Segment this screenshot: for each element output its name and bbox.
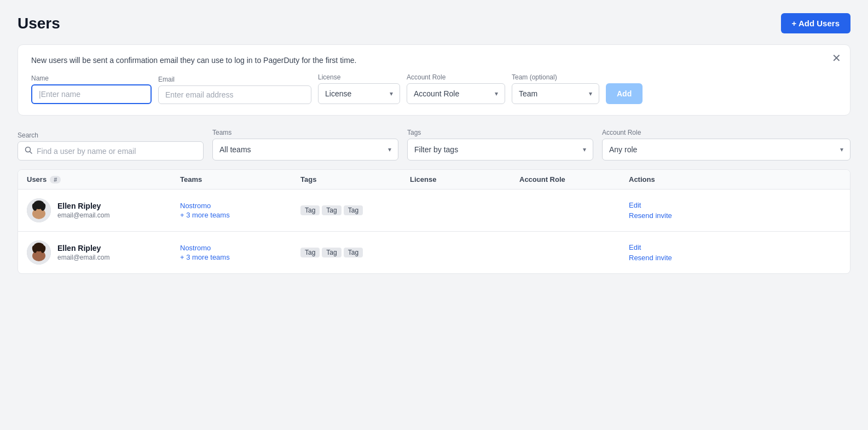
license-select[interactable]: License ▾ (318, 83, 400, 104)
license-field-group: License License ▾ (318, 73, 400, 104)
page-header: Users + Add Users (18, 13, 850, 33)
table-row: Ellen Ripley email@email.com Nostromo + … (18, 232, 850, 273)
add-user-submit-button[interactable]: Add (606, 83, 643, 104)
add-user-form-panel: New users will be sent a confirmation em… (18, 44, 850, 116)
account-role-chevron-icon: ▾ (495, 90, 498, 98)
col-header-users: Users # (27, 175, 180, 184)
teams-filter-value: All teams (219, 145, 251, 154)
teams-filter-label: Teams (212, 129, 398, 136)
user-info: Ellen Ripley email@email.com (57, 202, 110, 219)
name-input[interactable] (31, 84, 152, 104)
role-filter-label: Account Role (602, 129, 850, 136)
teams-filter-chevron-icon: ▾ (388, 146, 391, 153)
tags-filter-select[interactable]: Filter by tags ▾ (407, 139, 593, 160)
tags-filter-label: Tags (407, 129, 593, 136)
col-header-actions: Actions (629, 175, 716, 184)
table-body: Ellen Ripley email@email.com Nostromo + … (18, 190, 850, 273)
team-primary-link[interactable]: Nostromo (180, 202, 300, 210)
user-cell: Ellen Ripley email@email.com (27, 198, 180, 222)
edit-link[interactable]: Edit (629, 201, 716, 209)
col-header-license: License (410, 175, 519, 184)
search-icon (25, 146, 32, 156)
more-teams-link[interactable]: + 3 more teams (180, 253, 300, 261)
close-form-button[interactable]: ✕ (832, 53, 841, 64)
role-filter-chevron-icon: ▾ (840, 146, 843, 153)
tags-filter-group: Tags Filter by tags ▾ (407, 129, 593, 160)
email-input[interactable] (158, 85, 311, 104)
table-header-row: Users # Teams Tags License Account Role … (18, 170, 850, 190)
table-row: Ellen Ripley email@email.com Nostromo + … (18, 190, 850, 232)
account-role-select[interactable]: Account Role ▾ (407, 83, 505, 104)
license-value: License (325, 89, 351, 98)
teams-filter-group: Teams All teams ▾ (212, 129, 398, 160)
account-role-label: Account Role (407, 73, 505, 81)
role-filter-select[interactable]: Any role ▾ (602, 139, 850, 160)
email-label: Email (158, 76, 311, 83)
user-email: email@email.com (57, 211, 110, 219)
tags-cell: TagTagTag (300, 248, 410, 257)
team-primary-link[interactable]: Nostromo (180, 244, 300, 252)
col-header-tags: Tags (300, 175, 410, 184)
resend-invite-link[interactable]: Resend invite (629, 254, 716, 262)
user-email: email@email.com (57, 254, 110, 261)
license-chevron-icon: ▾ (390, 90, 393, 98)
more-teams-link[interactable]: + 3 more teams (180, 211, 300, 219)
role-filter-value: Any role (609, 145, 637, 154)
tags-cell: TagTagTag (300, 205, 410, 215)
tag-badge: Tag (322, 205, 341, 215)
user-info: Ellen Ripley email@email.com (57, 244, 110, 261)
tags-filter-chevron-icon: ▾ (583, 146, 586, 153)
account-role-field-group: Account Role Account Role ▾ (407, 73, 505, 104)
users-table: Users # Teams Tags License Account Role … (18, 169, 850, 274)
actions-cell: Edit Resend invite (629, 201, 716, 220)
avatar (27, 240, 51, 265)
tag-badge: Tag (300, 205, 320, 215)
tag-badge: Tag (344, 205, 363, 215)
edit-link[interactable]: Edit (629, 243, 716, 251)
search-input-wrapper (18, 141, 204, 160)
team-optional-label: Team (optional) (512, 73, 599, 81)
account-role-value: Account Role (414, 89, 459, 98)
tag-badge: Tag (344, 248, 363, 257)
team-select[interactable]: Team ▾ (512, 83, 599, 104)
search-input[interactable] (37, 147, 196, 156)
team-value: Team (519, 89, 537, 98)
col-header-teams: Teams (180, 175, 300, 184)
user-name: Ellen Ripley (57, 244, 110, 253)
tags-filter-placeholder: Filter by tags (414, 145, 458, 154)
search-filter-group: Search (18, 131, 204, 160)
team-field-group: Team (optional) Team ▾ (512, 73, 599, 104)
col-header-account-role: Account Role (519, 175, 629, 184)
user-name: Ellen Ripley (57, 202, 110, 210)
license-label: License (318, 73, 400, 81)
add-users-button[interactable]: + Add Users (781, 13, 850, 33)
email-field-group: Email (158, 76, 311, 104)
actions-cell: Edit Resend invite (629, 243, 716, 262)
users-count-badge: # (50, 176, 61, 184)
svg-line-1 (30, 152, 32, 154)
teams-cell: Nostromo + 3 more teams (180, 202, 300, 219)
page-container: Users + Add Users New users will be sent… (0, 0, 868, 430)
add-form-fields: Name Email License License ▾ Account Rol… (31, 73, 837, 104)
tag-badge: Tag (322, 248, 341, 257)
name-label: Name (31, 74, 152, 82)
role-filter-group: Account Role Any role ▾ (602, 129, 850, 160)
page-title: Users (18, 15, 60, 32)
avatar (27, 198, 51, 222)
filters-row: Search Teams All teams ▾ Tags (18, 129, 850, 160)
teams-cell: Nostromo + 3 more teams (180, 244, 300, 261)
teams-filter-select[interactable]: All teams ▾ (212, 139, 398, 160)
name-field-group: Name (31, 74, 152, 104)
user-cell: Ellen Ripley email@email.com (27, 240, 180, 265)
resend-invite-link[interactable]: Resend invite (629, 211, 716, 220)
tag-badge: Tag (300, 248, 320, 257)
team-chevron-icon: ▾ (589, 90, 592, 98)
search-filter-label: Search (18, 131, 204, 139)
form-notice: New users will be sent a confirmation em… (31, 56, 837, 65)
